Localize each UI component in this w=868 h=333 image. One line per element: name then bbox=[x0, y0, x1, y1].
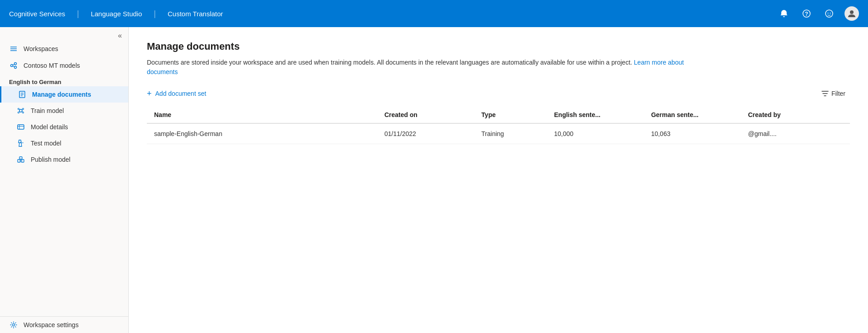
bell-icon bbox=[779, 9, 788, 18]
svg-rect-32 bbox=[21, 159, 24, 162]
svg-text:?: ? bbox=[805, 11, 808, 17]
sidebar-item-publish-model[interactable]: Publish model bbox=[0, 151, 128, 168]
page-description: Documents are stored inside your workspa… bbox=[147, 58, 689, 77]
svg-line-23 bbox=[19, 109, 20, 110]
english-to-german-label: English to German bbox=[0, 74, 128, 86]
plus-icon: + bbox=[147, 89, 152, 98]
brand-custom-translator: Custom Translator bbox=[168, 10, 223, 18]
help-button[interactable]: ? bbox=[799, 6, 814, 21]
sidebar: « Workspaces bbox=[0, 27, 129, 333]
svg-point-10 bbox=[14, 63, 17, 65]
train-model-icon bbox=[16, 107, 25, 114]
publish-model-nav-label: Publish model bbox=[31, 156, 119, 163]
svg-point-21 bbox=[18, 112, 19, 113]
question-icon: ? bbox=[802, 9, 811, 18]
test-model-icon bbox=[16, 140, 25, 147]
collapse-sidebar-button[interactable]: « bbox=[118, 32, 122, 40]
model-details-icon bbox=[16, 123, 25, 131]
svg-point-5 bbox=[850, 10, 854, 14]
svg-point-36 bbox=[13, 324, 15, 326]
model-details-nav-label: Model details bbox=[31, 123, 119, 131]
table-row[interactable]: sample-English-German 01/11/2022 Trainin… bbox=[147, 123, 850, 144]
col-header-created-by: Created by bbox=[741, 107, 850, 123]
cell-type: Training bbox=[474, 123, 547, 144]
test-model-nav-label: Test model bbox=[31, 140, 119, 147]
sidebar-item-manage-documents[interactable]: Manage documents bbox=[0, 86, 128, 103]
svg-point-11 bbox=[14, 66, 17, 69]
sidebar-item-workspace-settings[interactable]: Workspace settings bbox=[0, 316, 128, 333]
user-avatar[interactable] bbox=[845, 6, 859, 21]
toolbar: + Add document set Filter bbox=[147, 87, 850, 100]
sidebar-item-workspaces[interactable]: Workspaces bbox=[0, 41, 128, 57]
svg-rect-33 bbox=[19, 157, 22, 159]
sidebar-item-train-model[interactable]: Train model bbox=[0, 103, 128, 119]
sidebar-item-contoso[interactable]: Contoso MT models bbox=[0, 57, 128, 74]
sidebar-item-test-model[interactable]: Test model bbox=[0, 135, 128, 151]
notification-button[interactable] bbox=[777, 6, 791, 21]
cell-name: sample-English-German bbox=[147, 123, 377, 144]
topbar: Cognitive Services | Language Studio | C… bbox=[0, 0, 868, 27]
svg-point-20 bbox=[23, 108, 24, 110]
main-content: Manage documents Documents are stored in… bbox=[129, 27, 868, 333]
manage-documents-icon bbox=[18, 91, 27, 98]
smiley-icon bbox=[825, 9, 834, 18]
page-title: Manage documents bbox=[147, 41, 850, 52]
cell-german-sentences: 10,063 bbox=[644, 123, 741, 144]
svg-point-9 bbox=[11, 65, 13, 67]
cell-created-by: @gmail.... bbox=[741, 123, 850, 144]
col-header-german-sentences: German sente... bbox=[644, 107, 741, 123]
layout: « Workspaces bbox=[0, 27, 868, 333]
brand-cognitive-services: Cognitive Services bbox=[9, 10, 65, 18]
workspaces-label: Workspaces bbox=[23, 45, 119, 52]
topbar-brand: Cognitive Services | Language Studio | C… bbox=[9, 9, 223, 19]
contoso-label: Contoso MT models bbox=[23, 62, 119, 69]
sep2: | bbox=[154, 9, 156, 19]
manage-documents-nav-label: Manage documents bbox=[32, 91, 119, 98]
svg-point-3 bbox=[828, 13, 829, 14]
train-model-nav-label: Train model bbox=[31, 107, 119, 114]
col-header-type: Type bbox=[474, 107, 547, 123]
col-header-created-on: Created on bbox=[377, 107, 474, 123]
filter-button[interactable]: Filter bbox=[817, 87, 850, 100]
workspace-settings-label: Workspace settings bbox=[23, 321, 119, 328]
cell-english-sentences: 10,000 bbox=[547, 123, 644, 144]
svg-rect-27 bbox=[18, 125, 24, 129]
topbar-right: ? bbox=[777, 6, 859, 21]
feedback-button[interactable] bbox=[822, 6, 836, 21]
svg-line-25 bbox=[19, 112, 20, 112]
svg-point-19 bbox=[18, 108, 19, 110]
table-header-row: Name Created on Type English sente... Ge… bbox=[147, 107, 850, 123]
svg-point-2 bbox=[826, 10, 833, 17]
svg-line-24 bbox=[22, 109, 23, 110]
svg-line-26 bbox=[22, 112, 23, 112]
svg-point-22 bbox=[23, 112, 24, 113]
col-header-name: Name bbox=[147, 107, 377, 123]
add-document-set-button[interactable]: + Add document set bbox=[147, 87, 206, 100]
sep1: | bbox=[77, 9, 79, 19]
svg-point-18 bbox=[19, 109, 22, 112]
models-icon bbox=[9, 61, 18, 70]
person-icon bbox=[847, 9, 856, 18]
svg-point-4 bbox=[830, 13, 831, 14]
filter-icon bbox=[821, 90, 829, 97]
settings-icon bbox=[9, 321, 18, 328]
sidebar-item-model-details[interactable]: Model details bbox=[0, 119, 128, 135]
col-header-english-sentences: English sente... bbox=[547, 107, 644, 123]
documents-table: Name Created on Type English sente... Ge… bbox=[147, 107, 850, 144]
brand-language-studio: Language Studio bbox=[91, 10, 142, 18]
publish-model-icon bbox=[16, 156, 25, 163]
workspaces-icon bbox=[9, 45, 18, 52]
cell-created-on: 01/11/2022 bbox=[377, 123, 474, 144]
